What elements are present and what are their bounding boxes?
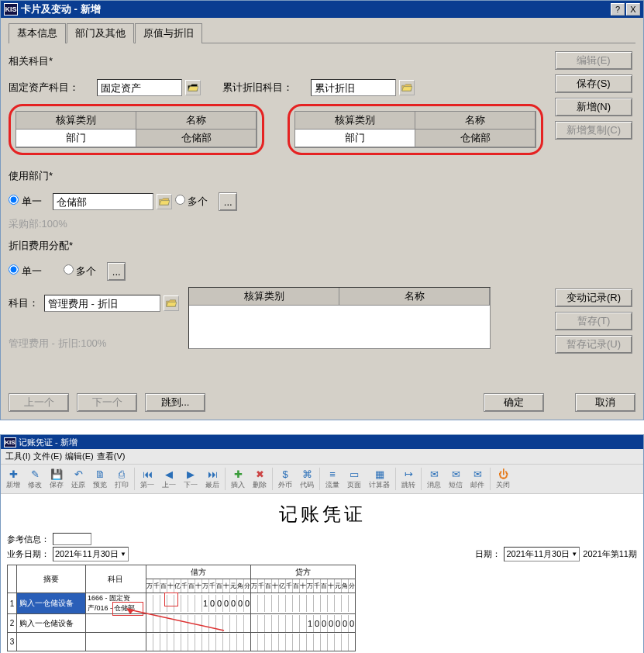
debit-cell[interactable]: 1000000	[146, 593, 250, 614]
ellipsis-button[interactable]: ...	[107, 262, 126, 281]
table-row[interactable]: 1购入一仓储设备1666 - 固定资产/016 - 仓储部1000000	[8, 593, 356, 614]
toolbar-保存[interactable]: 💾保存	[46, 466, 67, 492]
edit-button[interactable]: 编辑(E)	[555, 51, 632, 70]
digit-header: 亿	[279, 579, 286, 593]
toolbar-label: 跳转	[401, 480, 415, 490]
tab-dept-others[interactable]: 部门及其他	[67, 23, 134, 43]
biz-date-input[interactable]: 2021年11月30日▼	[53, 547, 129, 561]
radio-single-2[interactable]: 单一	[9, 264, 42, 278]
subject-cell[interactable]	[85, 614, 146, 633]
toolbar-打印[interactable]: ⎙打印	[111, 466, 133, 492]
newcopy-button[interactable]: 新增复制(C)	[555, 121, 632, 140]
digit-header: 百	[188, 579, 195, 593]
help-button[interactable]: ?	[611, 3, 625, 16]
预览-icon: 🗎	[94, 468, 106, 480]
ref-input[interactable]	[53, 533, 91, 545]
toolbar-页面[interactable]: ▭页面	[343, 466, 365, 492]
date-input[interactable]: 2021年11月30日▼	[504, 547, 580, 561]
ok-button[interactable]: 确定	[484, 393, 544, 412]
templog-button[interactable]: 暂存记录(U)	[555, 335, 632, 354]
next-button[interactable]: 下一个	[77, 393, 137, 412]
menu-edit[interactable]: 编辑(E)	[65, 451, 94, 462]
toolbar-上一[interactable]: ◀上一	[158, 466, 180, 492]
toolbar-第一[interactable]: ⏮第一	[136, 466, 158, 492]
save-button[interactable]: 保存(S)	[555, 74, 632, 93]
menu-view[interactable]: 查看(V)	[97, 451, 126, 462]
cancel-button[interactable]: 取消	[575, 393, 635, 412]
toolbar-流量[interactable]: ≡流量	[322, 466, 343, 492]
changelog-button[interactable]: 变动记录(R)	[555, 288, 632, 307]
credit-cell[interactable]	[250, 633, 355, 651]
table-row[interactable]: 2购入一仓储设备1000000	[8, 614, 356, 633]
digit-header: 千	[153, 579, 160, 593]
toolbar-邮件[interactable]: ✉邮件	[467, 466, 488, 492]
digit-header: 十	[272, 579, 279, 593]
col-header: 名称	[136, 112, 257, 130]
cell[interactable]: 部门	[16, 130, 136, 147]
folder-icon[interactable]	[399, 80, 415, 95]
cell[interactable]: 部门	[295, 130, 415, 147]
credit-cell[interactable]	[250, 593, 355, 614]
上一-icon: ◀	[163, 468, 175, 480]
menu-tools[interactable]: 工具(I)	[5, 451, 30, 462]
use-dept-input[interactable]: 仓储部	[53, 193, 153, 210]
folder-icon[interactable]	[157, 194, 172, 209]
cell[interactable]: 仓储部	[136, 130, 257, 147]
table-row[interactable]: 3	[8, 633, 356, 651]
toolbar-计算器[interactable]: ▦计算器	[365, 466, 394, 492]
period-label: 2021年第11期	[583, 548, 637, 560]
prev-button[interactable]: 上一个	[9, 393, 69, 412]
toolbar-跳转[interactable]: ↦跳转	[398, 466, 419, 492]
toolbar-预览[interactable]: 🗎预览	[89, 466, 111, 492]
ellipsis-button[interactable]: ...	[219, 192, 237, 211]
跳转-icon: ↦	[402, 468, 415, 480]
toolbar-下一[interactable]: ▶下一	[180, 466, 201, 492]
toolbar-外币[interactable]: $外币	[274, 466, 296, 492]
toolbar-修改[interactable]: ✎修改	[24, 466, 46, 492]
digit-header: 万	[202, 579, 209, 593]
jumpto-button[interactable]: 跳到...	[145, 393, 205, 412]
toolbar-关闭[interactable]: ⏻关闭	[492, 466, 514, 492]
menu-file[interactable]: 文件(E)	[33, 451, 62, 462]
toolbar-最后[interactable]: ⏭最后	[201, 466, 223, 492]
cell[interactable]: 仓储部	[415, 130, 536, 147]
document-area: 记账凭证 参考信息： 业务日期： 2021年11月30日▼ 日期： 2021年1…	[1, 494, 643, 653]
radio-multi[interactable]: 多个	[175, 195, 208, 209]
toolbar-新增[interactable]: ✚新增	[2, 466, 24, 492]
new-button[interactable]: 新增(N)	[555, 98, 632, 116]
toolbar-短信[interactable]: ✉短信	[445, 466, 467, 492]
toolbar-消息[interactable]: ✉消息	[423, 466, 445, 492]
toolbar-label: 外币	[278, 480, 292, 490]
tempstore-button[interactable]: 暂存(T)	[555, 312, 632, 330]
summary-cell[interactable]: 购入一仓储设备	[16, 614, 85, 633]
tab-original-dep[interactable]: 原值与折旧	[135, 23, 202, 43]
subject-input[interactable]: 管理费用 - 折旧	[44, 295, 160, 312]
summary-cell[interactable]: 购入一仓储设备	[16, 593, 85, 614]
credit-cell[interactable]: 1000000	[250, 614, 355, 633]
accum-dep-subject-input[interactable]: 累计折旧	[311, 79, 396, 96]
dropdown-icon[interactable]: ▼	[571, 551, 577, 558]
folder-icon[interactable]	[185, 80, 201, 95]
tab-basic-info[interactable]: 基本信息	[9, 23, 66, 43]
folder-icon[interactable]	[164, 295, 179, 311]
toolbar-label: 最后	[205, 480, 219, 490]
mgmt-note: 管理费用 - 折旧:100%	[9, 337, 179, 351]
subject-cell[interactable]	[85, 633, 146, 651]
debit-cell[interactable]	[146, 633, 250, 651]
toolbar-还原[interactable]: ↶还原	[67, 466, 89, 492]
radio-multi-2[interactable]: 多个	[64, 264, 97, 278]
digit-header: 亿	[174, 579, 181, 593]
titlebar: KIS 卡片及变动 - 新增 ? X	[1, 1, 643, 18]
summary-cell[interactable]	[16, 633, 85, 651]
row-number: 1	[8, 593, 17, 614]
close-button[interactable]: X	[626, 3, 640, 16]
radio-single[interactable]: 单一	[9, 195, 42, 209]
toolbar-代码[interactable]: ⌘代码	[296, 466, 318, 492]
debit-cell[interactable]	[146, 614, 250, 633]
dropdown-icon[interactable]: ▼	[120, 551, 126, 558]
toolbar-删除[interactable]: ✖删除	[249, 466, 270, 492]
biz-date-label: 业务日期：	[7, 548, 50, 560]
fixed-asset-subject-input[interactable]: 固定资产	[97, 79, 182, 96]
toolbar-插入[interactable]: ✚插入	[227, 466, 249, 492]
digit-header: 千	[258, 579, 265, 593]
